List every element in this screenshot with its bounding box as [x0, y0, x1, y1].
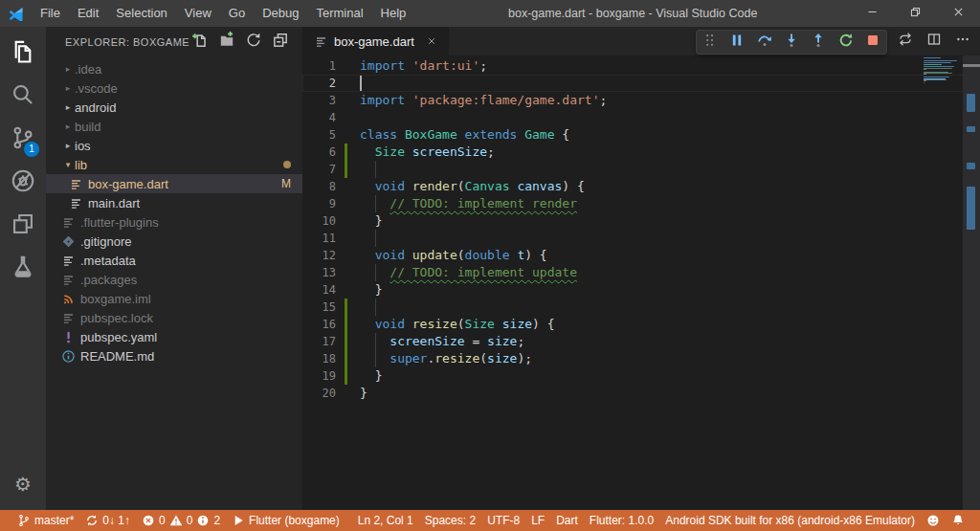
status-git-branch[interactable]: master*	[11, 510, 79, 531]
tree-item-label: .idea	[75, 62, 302, 77]
close-button[interactable]	[937, 0, 980, 27]
activity-extensions[interactable]	[0, 204, 46, 247]
status-git-sync[interactable]: 0↓ 1↑	[79, 510, 136, 531]
menu-terminal[interactable]: Terminal	[307, 0, 371, 27]
line-number: 10	[302, 214, 345, 228]
menu-file[interactable]: File	[32, 0, 69, 27]
tree-item--gitignore[interactable]: .gitignore	[46, 232, 302, 251]
split-editor-button[interactable]	[926, 32, 942, 51]
overview-ruler[interactable]	[963, 55, 980, 510]
activity-settings[interactable]: ⚙	[0, 464, 46, 504]
restart-button[interactable]	[838, 33, 854, 52]
token-var: size	[502, 317, 532, 331]
status-label: Ln 2, Col 1	[358, 514, 413, 527]
tree-item--packages[interactable]: .packages	[46, 270, 302, 289]
tree-item-pubspec-yaml[interactable]: pubspec.yaml	[46, 327, 302, 346]
refresh-button[interactable]	[245, 32, 262, 53]
code-line-17[interactable]: 17 screenSize = size;	[302, 333, 980, 350]
tab-close-icon[interactable]	[424, 33, 439, 49]
tree-item-readme-md[interactable]: README.md	[46, 346, 302, 365]
token-type: BoxGame	[405, 127, 457, 142]
tree-item--idea[interactable]: ▸.idea	[46, 59, 302, 78]
code-line-1[interactable]: 1import 'dart:ui';	[302, 57, 980, 75]
menu-selection[interactable]: Selection	[107, 0, 175, 27]
code-line-8[interactable]: 8 void render(Canvas canvas) {	[302, 178, 980, 195]
new-file-button[interactable]	[191, 32, 209, 53]
code-line-12[interactable]: 12 void update(double t) {	[302, 247, 980, 264]
menu-edit[interactable]: Edit	[69, 0, 107, 27]
step-into-button[interactable]	[784, 33, 799, 52]
minimize-button[interactable]	[851, 0, 894, 27]
tree-item--flutter-plugins[interactable]: .flutter-plugins	[46, 212, 302, 232]
tree-item-pubspec-lock[interactable]: pubspec.lock	[46, 308, 302, 327]
status-problems[interactable]: 002	[136, 510, 226, 531]
tab-box-game-dart[interactable]: box-game.dart	[302, 27, 449, 55]
activity-search[interactable]	[0, 75, 46, 118]
restore-button[interactable]	[894, 0, 937, 27]
activity-source-control[interactable]: 1	[0, 118, 46, 161]
code-line-14[interactable]: 14 }	[302, 281, 980, 299]
status-feedback[interactable]	[921, 510, 946, 531]
tree-item-android[interactable]: ▸android	[46, 98, 302, 117]
line-number: 11	[302, 232, 345, 245]
status-eol[interactable]: LF	[525, 510, 550, 531]
status-flutter-version[interactable]: Flutter: 1.0.0	[584, 510, 659, 531]
tree-item--metadata[interactable]: .metadata	[46, 251, 302, 270]
tree-item-main-dart[interactable]: main.dart	[46, 193, 302, 212]
tree-item-boxgame-iml[interactable]: boxgame.iml	[46, 289, 302, 308]
menu-go[interactable]: Go	[220, 0, 254, 27]
status-indentation[interactable]: Spaces: 2	[419, 510, 481, 531]
status-device[interactable]: Android SDK built for x86 (android-x86 E…	[659, 510, 921, 531]
collapse-all-button[interactable]	[272, 32, 289, 53]
tree-item-build[interactable]: ▸build	[46, 117, 302, 136]
activity-test[interactable]	[0, 247, 46, 290]
code-text: // TODO: implement render	[347, 195, 577, 212]
pause-button[interactable]	[729, 33, 745, 52]
stop-button[interactable]	[865, 33, 880, 52]
code-line-4[interactable]: 4	[302, 109, 980, 126]
tree-item--vscode[interactable]: ▸.vscode	[46, 78, 302, 98]
activity-debug[interactable]	[0, 161, 46, 204]
code-line-18[interactable]: 18 super.resize(size);	[302, 350, 980, 367]
code-line-5[interactable]: 5class BoxGame extends Game {	[302, 126, 980, 144]
more-button[interactable]	[955, 32, 970, 51]
code-line-2[interactable]: 2	[302, 75, 980, 92]
code-line-15[interactable]: 15	[302, 299, 980, 316]
token-pln	[405, 93, 412, 107]
gripper-button[interactable]	[702, 33, 718, 52]
code-line-11[interactable]: 11	[302, 230, 980, 247]
line-number: 6	[302, 145, 345, 159]
code-editor[interactable]: 1import 'dart:ui';23import 'package:flam…	[302, 55, 980, 510]
tree-item-ios[interactable]: ▸ios	[46, 136, 302, 155]
status-language-mode[interactable]: Dart	[550, 510, 584, 531]
code-text: void render(Canvas canvas) {	[347, 178, 585, 195]
open-changes-button[interactable]	[898, 32, 913, 51]
menu-view[interactable]: View	[176, 0, 220, 27]
token-pln: (	[457, 179, 465, 193]
token-pln: (	[457, 317, 465, 331]
code-line-16[interactable]: 16 void resize(Size size) {	[302, 316, 980, 333]
tree-item-box-game-dart[interactable]: box-game.dartM	[46, 174, 302, 193]
code-line-19[interactable]: 19 }	[302, 367, 980, 385]
code-line-9[interactable]: 9 // TODO: implement render	[302, 195, 980, 212]
tree-item-lib[interactable]: ▾lib	[46, 155, 302, 174]
code-line-10[interactable]: 10 }	[302, 212, 980, 230]
code-line-20[interactable]: 20}	[302, 385, 980, 402]
new-folder-button[interactable]	[218, 32, 235, 53]
menu-debug[interactable]: Debug	[254, 0, 307, 27]
code-line-3[interactable]: 3import 'package:flame/game.dart';	[302, 92, 980, 109]
gutter-added-indicator	[345, 161, 347, 178]
status-encoding[interactable]: UTF-8	[481, 510, 525, 531]
status-cursor-position[interactable]: Ln 2, Col 1	[352, 510, 419, 531]
minimap[interactable]	[924, 57, 960, 83]
code-line-6[interactable]: 6 Size screenSize;	[302, 144, 980, 161]
step-out-button[interactable]	[811, 33, 826, 52]
status-notifications[interactable]	[946, 510, 970, 531]
step-over-button[interactable]	[757, 33, 772, 52]
code-line-7[interactable]: 7	[302, 161, 980, 178]
menu-help[interactable]: Help	[372, 0, 415, 27]
activity-explorer[interactable]	[0, 32, 46, 75]
status-flutter-run[interactable]: Flutter (boxgame)	[226, 510, 345, 531]
code-line-13[interactable]: 13 // TODO: implement update	[302, 264, 980, 281]
status-label: Flutter: 1.0.0	[590, 514, 654, 527]
